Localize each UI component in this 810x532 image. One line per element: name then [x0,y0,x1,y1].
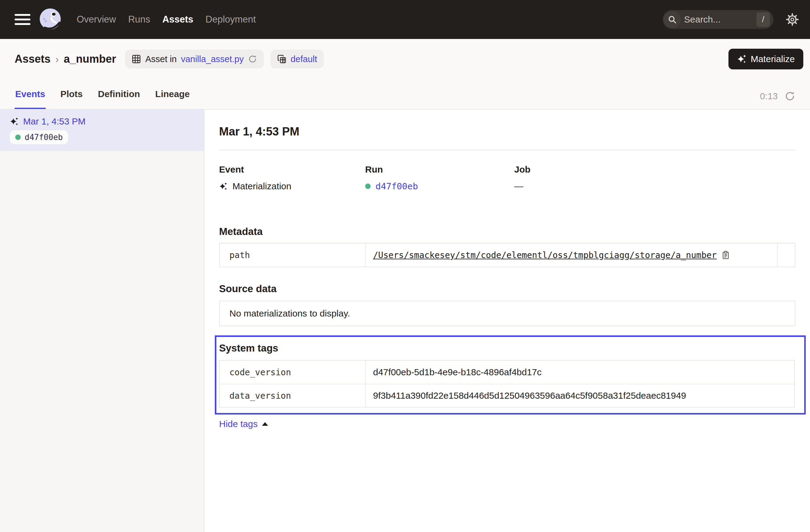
breadcrumb-assets-link[interactable]: Assets [15,53,50,65]
job-value: — [514,180,523,192]
event-heading: Mar 1, 4:53 PM [219,124,795,139]
system-tags-table: code_version d47f00eb-5d1b-4e9e-b18c-489… [219,360,795,407]
metadata-path-link[interactable]: /Users/smackesey/stm/code/elementl/oss/t… [373,250,717,260]
dagster-app: Overview Runs Assets Deployment / [0,0,810,532]
system-tags-title: System tags [219,342,804,355]
tab-lineage[interactable]: Lineage [155,89,190,109]
event-details: Event Materialization Run d47f0 [219,164,795,192]
asset-badge-prefix: Asset in [145,54,177,64]
event-label: Event [219,164,365,175]
hide-tags-link[interactable]: Hide tags [219,419,268,429]
materialization-sparkle-icon [219,182,228,191]
page-header: Assets › a_number Asset in vanilla_asset… [0,39,810,79]
materialize-button-label: Materialize [751,54,795,64]
source-data-section: Source data No materializations to displ… [219,283,795,326]
reload-definition-icon[interactable] [248,54,257,64]
code-location-link[interactable]: default [291,54,317,64]
copy-icon[interactable] [722,251,730,259]
breadcrumb-asset-name: a_number [64,53,116,65]
tab-plots[interactable]: Plots [60,89,83,109]
run-status-dot [15,134,21,140]
nav-item-deployment[interactable]: Deployment [205,14,256,25]
sparkle-icon [737,54,747,64]
refresh-icon[interactable] [784,91,795,102]
system-tag-key: data_version [220,384,366,407]
materialization-sparkle-icon [10,117,19,126]
nav-item-runs[interactable]: Runs [128,14,150,25]
asset-file-link[interactable]: vanilla_asset.py [181,54,244,64]
event-type-value: Materialization [232,180,291,192]
system-tag-value: 9f3b411a390fd22e158d446d5d12504963596aa6… [373,390,686,401]
nav-item-assets[interactable]: Assets [162,14,194,25]
dagster-logo-icon [38,7,62,32]
metadata-title: Metadata [219,225,795,238]
run-id-link[interactable]: d47f00eb [375,180,418,192]
asset-definition-badge[interactable]: Asset in vanilla_asset.py [125,50,264,68]
run-id-text: d47f00eb [25,133,63,142]
table-row: data_version 9f3b411a390fd22e158d446d5d1… [220,384,794,407]
menu-icon[interactable] [15,14,30,25]
refresh-countdown: 0:13 [760,91,778,101]
run-label: Run [365,164,514,175]
metadata-table: path /Users/smackesey/stm/code/elementl/… [219,243,795,267]
code-location-badge[interactable]: default [271,50,324,68]
search-icon [664,11,681,28]
source-data-empty-state: No materializations to display. [219,301,795,326]
chevron-up-icon [262,422,268,426]
source-data-title: Source data [219,283,795,295]
tabs-bar: Events Plots Definition Lineage 0:13 [0,79,810,110]
event-detail-panel: Mar 1, 4:53 PM Event Materialization [205,110,810,532]
system-tags-section: System tags code_version d47f00eb-5d1b-4… [215,335,806,415]
code-location-icon [277,54,286,64]
tab-events[interactable]: Events [15,89,46,109]
nav-item-overview[interactable]: Overview [77,14,116,25]
top-nav: Overview Runs Assets Deployment / [0,0,810,39]
materialize-button[interactable]: Materialize [728,49,803,69]
content-area: Mar 1, 4:53 PM d47f00eb Mar 1, 4:53 PM E… [0,110,810,532]
metadata-key: path [220,243,366,267]
divider [219,150,795,150]
table-row: path /Users/smackesey/stm/code/elementl/… [220,243,795,267]
table-row: code_version d47f00eb-5d1b-4e9e-b18c-489… [220,361,794,384]
tab-definition[interactable]: Definition [97,89,141,109]
run-id-pill[interactable]: d47f00eb [10,130,68,144]
search-input[interactable] [682,14,757,25]
event-list-item[interactable]: Mar 1, 4:53 PM d47f00eb [0,110,204,151]
event-timestamp: Mar 1, 4:53 PM [23,116,85,127]
settings-gear-icon[interactable] [785,13,799,26]
search-shortcut-key: / [757,12,770,27]
run-status-dot [365,183,371,189]
system-tag-value: d47f00eb-5d1b-4e9e-b18c-4896af4bd17c [373,367,541,377]
breadcrumb-separator-icon: › [55,53,59,65]
job-label: Job [514,164,795,175]
asset-grid-icon [132,54,141,64]
metadata-action-cell [777,243,795,267]
metadata-section: Metadata path /Users/smackesey/stm/code/… [219,225,795,267]
breadcrumb: Assets › a_number [15,53,116,65]
primary-nav: Overview Runs Assets Deployment [77,14,256,25]
search-box[interactable]: / [663,10,774,29]
events-sidebar: Mar 1, 4:53 PM d47f00eb [0,110,205,532]
system-tag-key: code_version [220,361,366,384]
